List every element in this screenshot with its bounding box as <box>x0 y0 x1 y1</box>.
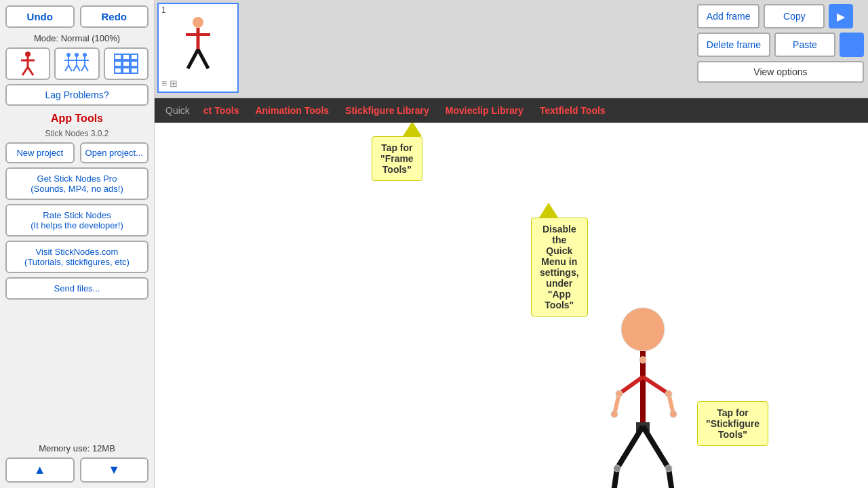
svg-point-46 <box>639 357 646 363</box>
get-pro-button[interactable]: Get Stick Nodes Pro (Sounds, MP4, no ads… <box>5 167 149 200</box>
svg-rect-21 <box>123 54 130 60</box>
tab-object-tools[interactable]: ct Tools <box>195 105 248 116</box>
app-tools-title: App Tools <box>51 113 103 125</box>
add-copy-row: Add frame Copy ▶ <box>697 4 864 28</box>
mini-stickfigure <box>171 14 225 82</box>
rate-line2: (It helps the developer!) <box>31 220 123 230</box>
visit-button[interactable]: Visit StickNodes.com (Tutorials, stickfi… <box>5 241 149 273</box>
stickfigure-icon <box>17 51 39 77</box>
redo-button[interactable]: Redo <box>80 5 149 28</box>
svg-line-32 <box>188 49 198 68</box>
get-pro-line1: Get Stick Nodes Pro <box>37 174 117 184</box>
view-options-button[interactable]: View options <box>697 61 864 83</box>
svg-point-49 <box>611 411 618 418</box>
frame-text-icon: ≡ <box>161 78 167 89</box>
tab-movieclip-library[interactable]: Movieclip Library <box>437 105 532 116</box>
svg-point-52 <box>665 465 672 472</box>
svg-point-47 <box>616 390 623 397</box>
memory-arrow-row: ▲ ▼ <box>5 458 149 483</box>
svg-point-34 <box>621 308 665 351</box>
sidebar-bottom: Memory use: 12MB ▲ ▼ <box>5 443 149 483</box>
svg-point-5 <box>66 53 71 57</box>
svg-rect-22 <box>131 54 138 60</box>
tab-animation-tools[interactable]: Animation Tools <box>247 105 337 116</box>
svg-line-13 <box>73 65 77 71</box>
canvas-area[interactable]: Tap for "Frame Tools" Disable the Quick … <box>155 123 868 488</box>
main-stickfigure-svg <box>155 123 868 488</box>
group-figure-icon <box>62 52 92 76</box>
frame-thumbnail[interactable]: 1 ≡ ⊞ <box>157 3 239 93</box>
svg-point-0 <box>25 52 31 57</box>
svg-point-51 <box>614 465 620 472</box>
project-row: New project Open project... <box>5 142 149 163</box>
svg-point-50 <box>670 411 677 418</box>
delete-paste-row: Delete frame Paste <box>697 33 864 57</box>
add-frame-button[interactable]: Add frame <box>697 4 760 28</box>
frame-number: 1 <box>161 5 166 15</box>
quick-label: Quick <box>160 105 195 116</box>
main-area: 1 ≡ ⊞ Add frame Copy ▶ <box>155 0 868 488</box>
sidebar: Undo Redo Mode: Normal (100%) <box>0 0 155 488</box>
topbar: 1 ≡ ⊞ Add frame Copy ▶ <box>155 0 868 98</box>
open-project-button[interactable]: Open project... <box>80 142 149 163</box>
stickfigure-tools-callout-container: Tap for "Stickfigure Tools" <box>697 414 712 433</box>
svg-rect-25 <box>131 61 138 66</box>
delete-frame-button[interactable]: Delete frame <box>697 33 770 57</box>
icon-row <box>5 47 149 80</box>
svg-line-3 <box>22 67 28 75</box>
svg-point-10 <box>75 53 79 57</box>
stickfigure-icon-button[interactable] <box>5 47 50 80</box>
svg-line-37 <box>619 377 643 394</box>
play-button[interactable]: ▶ <box>829 4 853 28</box>
svg-line-43 <box>643 426 669 468</box>
tab-textfield-tools[interactable]: Textfield Tools <box>532 105 614 116</box>
memory-label: Memory use: 12MB <box>39 443 115 453</box>
toolbar: Quick ct Tools Animation Tools Stickfigu… <box>155 98 868 123</box>
svg-line-39 <box>643 377 669 394</box>
grid-icon-button[interactable] <box>104 47 149 80</box>
visit-line1: Visit StickNodes.com <box>36 247 119 257</box>
frame-strip: 1 ≡ ⊞ <box>155 0 693 98</box>
copy-button[interactable]: Copy <box>764 4 825 28</box>
mode-label: Mode: Normal (100%) <box>34 33 120 43</box>
visit-line2: (Tutorials, stickfigures, etc) <box>24 257 130 267</box>
new-project-button[interactable]: New project <box>5 142 75 163</box>
paste-blue-button[interactable] <box>840 33 864 57</box>
svg-rect-27 <box>123 68 130 73</box>
svg-line-4 <box>28 67 33 75</box>
svg-line-42 <box>617 426 643 468</box>
frame-icons: ≡ ⊞ <box>161 78 178 89</box>
svg-point-29 <box>193 17 203 28</box>
grid-icon <box>114 54 138 74</box>
memory-down-button[interactable]: ▼ <box>80 458 149 483</box>
get-pro-line2: (Sounds, MP4, no ads!) <box>31 184 123 194</box>
tab-stickfigure-library[interactable]: Stickfigure Library <box>337 105 437 116</box>
memory-up-button[interactable]: ▲ <box>5 458 75 483</box>
svg-point-48 <box>665 390 672 397</box>
svg-rect-26 <box>115 68 121 73</box>
svg-line-18 <box>81 65 85 71</box>
svg-line-33 <box>198 49 208 68</box>
right-panel: Add frame Copy ▶ Delete frame Paste View… <box>693 0 868 98</box>
paste-button[interactable]: Paste <box>774 33 835 57</box>
svg-point-15 <box>83 53 87 57</box>
svg-rect-23 <box>115 61 121 66</box>
rate-line1: Rate Stick Nodes <box>43 210 111 220</box>
version-label: Stick Nodes 3.0.2 <box>45 129 108 138</box>
svg-rect-20 <box>115 54 121 60</box>
group-figure-icon-button[interactable] <box>54 47 99 80</box>
undo-redo-row: Undo Redo <box>5 5 149 28</box>
frame-list-icon: ⊞ <box>170 78 178 89</box>
svg-line-19 <box>85 65 88 71</box>
svg-rect-24 <box>123 61 130 66</box>
lag-problems-button[interactable]: Lag Problems? <box>5 84 149 106</box>
frame-tools-arrow-up <box>403 123 422 136</box>
rate-button[interactable]: Rate Stick Nodes (It helps the developer… <box>5 204 149 237</box>
svg-line-8 <box>65 65 68 71</box>
send-files-button[interactable]: Send files... <box>5 277 149 300</box>
quick-menu-arrow-up <box>539 203 558 218</box>
undo-button[interactable]: Undo <box>5 5 75 28</box>
svg-line-14 <box>77 65 80 71</box>
svg-line-9 <box>68 65 72 71</box>
stickfigure-tools-arrow-left <box>697 414 712 433</box>
